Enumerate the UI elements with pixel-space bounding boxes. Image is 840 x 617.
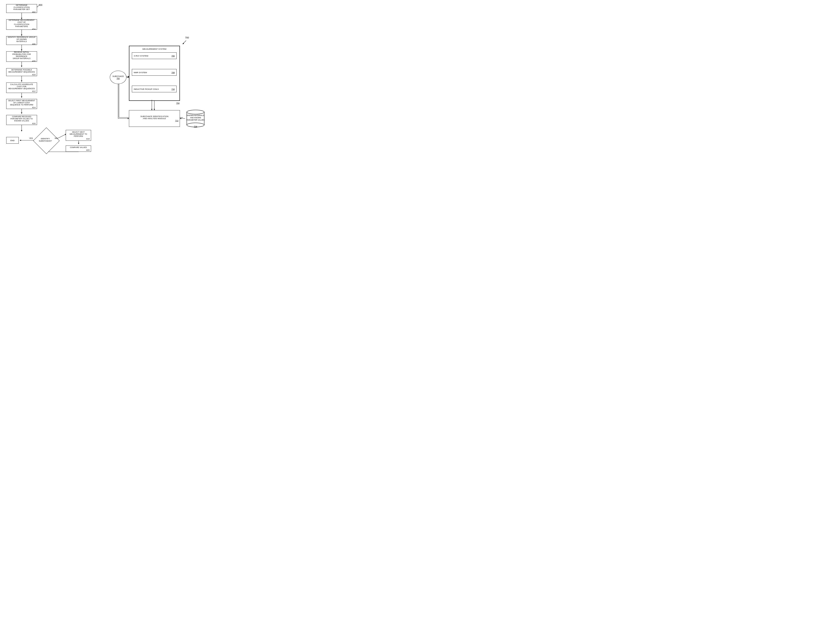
system-ref-704: 704 <box>176 102 179 104</box>
substance-label: SUBSTANCE <box>112 75 124 77</box>
box-404-ref: 404 <box>32 28 35 30</box>
box-416: COMPARE RECEIVED PARAMETER VALUES TOKNOW… <box>6 115 37 125</box>
svg-marker-38 <box>183 43 184 44</box>
box-404-label: DETERMINE MEASUREMENT COST OFCLASSIFICAT… <box>8 19 35 27</box>
yes-label: YES <box>29 137 33 139</box>
analysis-module-box: SUBSTANCE IDENTIFICATIONAND ANALYSIS MOD… <box>129 110 180 127</box>
end-label: END <box>10 139 15 142</box>
xray-label: X-RAY SYSTEM <box>134 55 148 57</box>
nmr-ref: 708 <box>172 71 175 74</box>
box-420: COMPARE VALUES 420 <box>66 146 91 152</box>
measurement-system-label: MEASUREMENT SYSTEM <box>129 48 179 50</box>
box-408-ref: 408 <box>32 60 35 62</box>
box-416-ref: 416 <box>32 122 35 124</box>
box-412: CALCULATE AGGREGATE COST FORMEASUREMENT … <box>6 83 37 93</box>
inductive-ref: 710 <box>172 88 175 90</box>
xray-system-box: X-RAY SYSTEM 706 <box>132 52 177 59</box>
end-box: END <box>6 137 19 144</box>
svg-marker-11 <box>21 96 22 98</box>
measurement-system-box: MEASUREMENT SYSTEM X-RAY SYSTEM 706 NMR … <box>129 46 180 101</box>
known-materials-ref: 714 <box>185 125 206 127</box>
box-410-label: DETERMINE POSSIBLE MEASUREMENT SEQUENCES <box>8 69 35 73</box>
xray-ref: 706 <box>172 55 175 57</box>
substance-ref: 702 <box>112 77 124 80</box>
box-404: DETERMINE MEASUREMENT COST OFCLASSIFICAT… <box>6 19 37 30</box>
ref-700-label: 700 <box>185 36 189 39</box>
svg-marker-50 <box>180 118 181 119</box>
nmr-label: NMR SYSTEM <box>134 71 147 74</box>
no-label: NO <box>55 137 58 139</box>
inductive-label: INDUCTIVE PICKUP COILS <box>134 88 159 90</box>
svg-marker-7 <box>21 66 22 67</box>
box-416-label: COMPARE RECEIVED PARAMETER VALUES TOKNOW… <box>8 115 35 122</box>
box-406-ref: 406 <box>32 43 35 45</box>
svg-marker-15 <box>21 130 22 131</box>
box-412-ref: 412 <box>32 90 35 92</box>
svg-marker-13 <box>21 112 22 114</box>
box-406-label: IDENTIFY REFERENCE GROUP OF KNOWNMATERIA… <box>8 36 35 43</box>
svg-marker-21 <box>78 143 79 144</box>
box-414-label: SELECT FIRST MEASURMENT OF LOWEST-COSTSE… <box>8 100 35 106</box>
diagram-container: 400 DETERMINE CLASSIFICATIONPARAMETER SE… <box>0 0 210 154</box>
svg-line-37 <box>183 41 186 44</box>
svg-marker-5 <box>21 49 22 51</box>
diamond-identify: IDENTIFYSUBSTANCE? <box>37 131 54 148</box>
box-406: IDENTIFY REFERENCE GROUP OF KNOWNMATERIA… <box>6 36 37 45</box>
svg-marker-17 <box>20 140 21 141</box>
analysis-ref: 712 <box>175 120 179 122</box>
box-418: SELECT NEXTMEASUREMENT TOPERFORM 418 <box>66 130 91 141</box>
known-materials-label: KNOWN MATERIALSAND KNOWNPARAMETER VALUES <box>185 114 206 121</box>
substance-circle: SUBSTANCE 702 <box>110 71 126 84</box>
box-418-ref: 418 <box>86 137 90 140</box>
box-420-ref: 420 <box>86 149 90 151</box>
box-408-label: RECEIVE INITIAL PROBABILITIES FOR REFERE… <box>8 51 35 59</box>
box-402-label: DETERMINE CLASSIFICATIONPARAMETER SET <box>8 4 35 10</box>
svg-point-40 <box>187 110 204 114</box>
svg-marker-3 <box>21 34 22 36</box>
nmr-system-box: NMR SYSTEM 708 <box>132 69 177 76</box>
box-408: RECEIVE INITIAL PROBABILITIES FOR REFERE… <box>6 51 37 62</box>
box-418-label: SELECT NEXTMEASUREMENT TOPERFORM <box>70 131 87 137</box>
analysis-label: SUBSTANCE IDENTIFICATIONAND ANALYSIS MOD… <box>140 115 169 120</box>
box-410-ref: 410 <box>32 73 35 76</box>
box-402-ref: 402 <box>32 11 35 13</box>
box-402: DETERMINE CLASSIFICATIONPARAMETER SET 40… <box>6 4 37 13</box>
box-420-label: COMPARE VALUES <box>70 146 87 148</box>
box-410: DETERMINE POSSIBLE MEASUREMENT SEQUENCES… <box>6 68 37 76</box>
box-412-label: CALCULATE AGGREGATE COST FORMEASUREMENT … <box>8 83 35 90</box>
box-414: SELECT FIRST MEASURMENT OF LOWEST-COSTSE… <box>6 99 37 109</box>
inductive-box: INDUCTIVE PICKUP COILS 710 <box>132 86 177 92</box>
known-materials-cylinder: KNOWN MATERIALSAND KNOWNPARAMETER VALUES… <box>185 109 206 128</box>
ref-400-label: 400 <box>38 4 42 6</box>
box-414-ref: 414 <box>32 106 35 109</box>
svg-marker-9 <box>21 80 22 82</box>
